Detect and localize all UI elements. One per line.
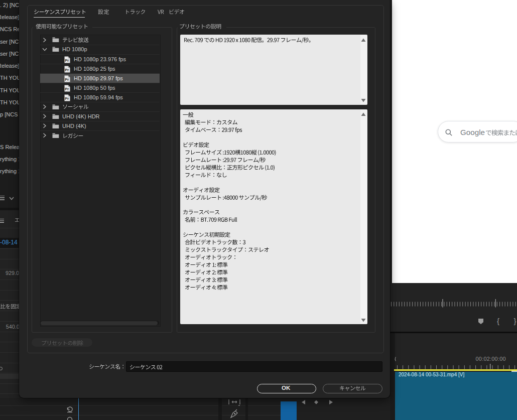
svg-text:Pr: Pr	[65, 77, 69, 82]
svg-text:Pr: Pr	[65, 87, 69, 91]
svg-text:Pr: Pr	[65, 96, 69, 101]
svg-text:Pr: Pr	[65, 68, 69, 72]
svg-text:Pr: Pr	[65, 58, 69, 63]
